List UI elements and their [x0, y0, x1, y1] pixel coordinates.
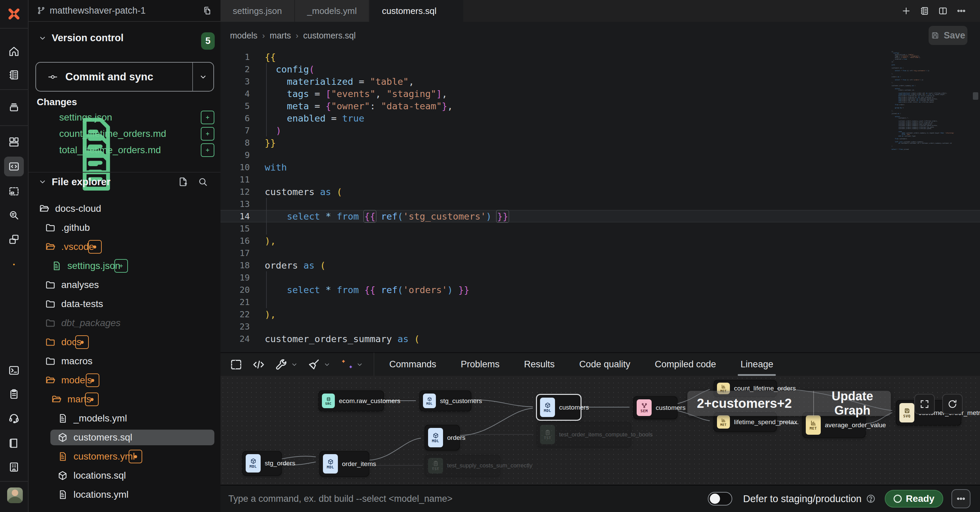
changed-file-row[interactable]: settings.json	[29, 109, 221, 126]
wand-options-chevron[interactable]	[356, 361, 363, 368]
code-line[interactable]: 5 meta = {"owner": "data-team"},	[221, 100, 980, 112]
lineage-refresh-button[interactable]	[942, 394, 963, 414]
organization-icon[interactable]	[4, 457, 24, 477]
new-tab-plus-icon[interactable]	[901, 6, 911, 16]
lineage-node-mdl[interactable]: MDL stg_customers	[420, 391, 471, 411]
code-line[interactable]: 10with	[221, 161, 980, 173]
lineage-node-src[interactable]: SRC ecom.raw_customers	[319, 391, 383, 411]
file-tree-item[interactable]: _models.yml	[29, 409, 221, 428]
file-tree-item[interactable]: locations.sql	[29, 466, 221, 485]
file-tree-item[interactable]: docs-cloud	[29, 199, 221, 218]
wrench-options-chevron[interactable]	[291, 361, 298, 368]
dbt-logo[interactable]	[0, 0, 28, 29]
editor-scrollbar[interactable]	[972, 49, 979, 352]
code-line[interactable]: 19	[221, 271, 980, 284]
code-editor-icon[interactable]	[4, 156, 24, 176]
code-line[interactable]: 2 config(	[221, 63, 980, 75]
breadcrumb-item[interactable]: models	[230, 30, 258, 40]
lineage-node-mdl[interactable]: MDL orders	[425, 425, 460, 450]
user-avatar[interactable]	[7, 488, 23, 503]
code-line[interactable]: 17	[221, 247, 980, 259]
file-tree-item[interactable]: docs	[29, 333, 221, 352]
panel-tab-code-quality[interactable]: Code quality	[579, 353, 630, 376]
split-editor-icon[interactable]	[938, 6, 948, 16]
panel-tab-commands[interactable]: Commands	[389, 353, 436, 376]
defer-help-icon[interactable]	[865, 494, 876, 504]
new-file-icon[interactable]	[178, 176, 189, 187]
build-wrench-icon[interactable]	[274, 358, 288, 372]
lineage-fullscreen-button[interactable]	[914, 394, 935, 414]
changelog-clipboard-icon[interactable]	[4, 384, 24, 404]
code-line[interactable]: 3 materialized = "table",	[221, 75, 980, 88]
version-control-header[interactable]: Version control	[38, 32, 124, 43]
editor-tab[interactable]: _models.yml	[295, 0, 370, 22]
breadcrumb-item[interactable]: customers.sql	[303, 30, 356, 40]
code-line[interactable]: 21	[221, 296, 980, 308]
code-line[interactable]: 23	[221, 321, 980, 333]
lineage-graph[interactable]: SRC ecom.raw_customers MDL stg_customers…	[221, 376, 980, 485]
catalog-windows-icon[interactable]	[4, 230, 24, 249]
code-line[interactable]: 18orders as (	[221, 259, 980, 271]
lineage-node-mdl[interactable]: MDL stg_orders	[243, 451, 282, 475]
file-tree-item[interactable]: macros	[29, 352, 221, 371]
format-broom-icon[interactable]	[307, 358, 321, 372]
file-explorer-header[interactable]: File explorer	[38, 173, 221, 191]
code-line[interactable]: 20 select * from {{ ref('orders') }}	[221, 284, 980, 296]
panel-tab-results[interactable]: Results	[524, 353, 555, 376]
editor-tab[interactable]: customers.sql	[369, 0, 463, 22]
panel-tab-compiled-code[interactable]: Compiled code	[655, 353, 716, 376]
docs-book-icon[interactable]	[4, 433, 24, 453]
code-line[interactable]: 8}}	[221, 137, 980, 149]
save-button[interactable]: Save	[929, 26, 967, 45]
file-tree-item[interactable]: settings.json	[29, 256, 221, 275]
support-headset-icon[interactable]	[4, 408, 24, 428]
visual-editor-icon[interactable]	[4, 182, 24, 201]
stage-file-button[interactable]	[115, 259, 128, 273]
file-tree-item[interactable]: customers.sql	[29, 428, 221, 447]
status-more-button[interactable]	[951, 489, 970, 508]
stage-file-button[interactable]	[201, 143, 215, 157]
lineage-selector-input[interactable]: 2+customers+2	[687, 396, 813, 411]
code-line[interactable]: 22),	[221, 308, 980, 321]
copy-icon[interactable]	[202, 5, 212, 16]
code-editor[interactable]: 1{{2 config(3 materialized = "table",4 t…	[221, 49, 980, 352]
terminal-icon[interactable]	[4, 360, 24, 380]
ai-fix-wand-icon[interactable]	[340, 358, 353, 372]
editor-minimap[interactable]: {{ config( materialized = "table", tags …	[891, 51, 970, 153]
ready-status-badge[interactable]: Ready	[885, 490, 943, 507]
changed-file-row[interactable]: count_lifetime_orders.md	[29, 126, 221, 142]
file-search-icon[interactable]	[197, 176, 208, 187]
open-editors-icon[interactable]	[920, 6, 930, 16]
code-line[interactable]: 1{{	[221, 51, 980, 63]
file-tree-item[interactable]: .vscode	[29, 237, 221, 256]
command-input[interactable]: Type a command, ex. dbt build --select <…	[228, 494, 708, 504]
code-line[interactable]: 13	[221, 198, 980, 210]
compile-code-icon[interactable]	[252, 358, 266, 372]
query-explorer-icon[interactable]	[4, 205, 24, 225]
dashboard-grid-icon[interactable]	[4, 132, 24, 152]
lineage-node-tst[interactable]: TST test_supply_costs_sum_correctly	[425, 455, 500, 476]
code-line[interactable]: 11	[221, 173, 980, 185]
lineage-node-sem[interactable]: SEM customers	[633, 397, 677, 419]
file-tree-item[interactable]: data-tests	[29, 295, 221, 314]
stage-file-button[interactable]	[201, 111, 215, 124]
changed-file-row[interactable]: total_lifetime_orders.md	[29, 142, 221, 158]
editor-tab[interactable]: settings.json	[221, 0, 295, 22]
commit-options-caret[interactable]	[192, 63, 213, 91]
file-tree-item[interactable]: analyses	[29, 275, 221, 295]
lineage-node-tst[interactable]: TST test_order_items_compute_to_bools	[537, 422, 631, 447]
code-line[interactable]: 9	[221, 149, 980, 161]
breadcrumb[interactable]: models›marts›customers.sql	[230, 30, 356, 40]
code-line[interactable]: 7 )	[221, 124, 980, 137]
file-tree-item[interactable]: dbt_packages	[29, 314, 221, 333]
code-line-current[interactable]: 14 select * from {{ ref('stg_customers')…	[221, 210, 980, 222]
file-tree-item[interactable]: marts	[29, 390, 221, 409]
broom-options-chevron[interactable]	[323, 361, 331, 368]
tab-overflow-icon[interactable]	[956, 6, 966, 16]
results-table-icon[interactable]	[229, 358, 243, 372]
code-line[interactable]: 16),	[221, 234, 980, 247]
file-tree-item[interactable]: .github	[29, 218, 221, 237]
breadcrumb-item[interactable]: marts	[270, 30, 291, 40]
code-line[interactable]: 6 enabled = true	[221, 112, 980, 124]
file-tree-item[interactable]: locations.yml	[29, 485, 221, 504]
